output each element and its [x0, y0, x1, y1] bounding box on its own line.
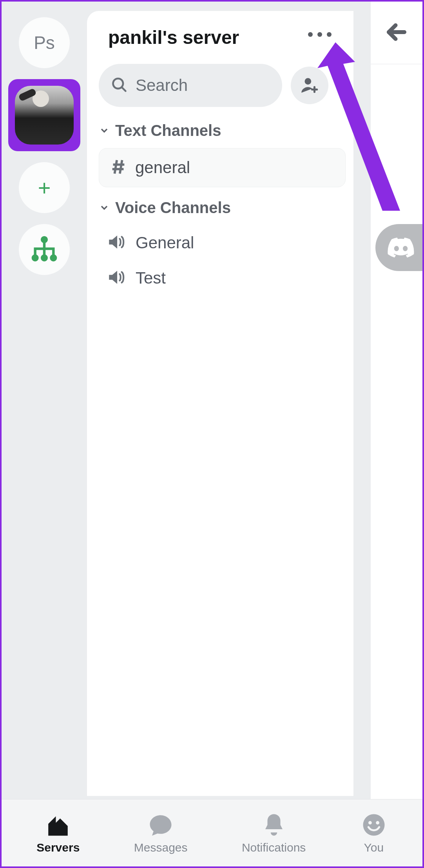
search-input[interactable]: Search [99, 64, 282, 107]
chevron-down-icon [99, 122, 110, 139]
peek-body [371, 64, 422, 801]
messages-icon [147, 812, 174, 838]
you-icon [360, 812, 388, 838]
server-ps[interactable]: Ps [19, 17, 70, 68]
peek-header [371, 2, 422, 64]
discover-hub-button[interactable] [19, 224, 70, 275]
server-avatar-selected[interactable] [15, 86, 74, 145]
add-server-button[interactable]: + [19, 162, 70, 213]
svg-point-6 [305, 78, 312, 85]
server-ps-label: Ps [34, 32, 55, 53]
tab-notifications[interactable]: Notifications [242, 812, 306, 854]
channel-panel: pankil's server Search Text Channels gen… [87, 11, 353, 796]
hub-icon [31, 235, 58, 264]
back-button[interactable] [385, 20, 408, 45]
voice-channel-test[interactable]: Test [99, 260, 346, 296]
tab-notifications-label: Notifications [242, 841, 306, 854]
servers-icon [44, 812, 72, 838]
plus-icon: + [38, 175, 51, 201]
discord-fab[interactable] [375, 224, 422, 271]
text-channels-label: Text Channels [115, 122, 221, 139]
text-channel-name: general [135, 158, 190, 177]
server-selected-highlight [8, 79, 80, 151]
speaker-icon [107, 268, 126, 289]
chevron-down-icon [99, 199, 110, 217]
text-channels-header[interactable]: Text Channels [99, 122, 346, 139]
voice-channel-name: Test [136, 269, 166, 288]
speaker-icon [107, 232, 126, 253]
server-rail: Ps + [2, 2, 87, 801]
svg-point-14 [376, 821, 379, 825]
tab-messages-label: Messages [134, 841, 188, 854]
hash-icon [109, 158, 127, 177]
invite-people-button[interactable] [291, 67, 328, 104]
svg-line-5 [122, 87, 125, 91]
search-placeholder: Search [136, 76, 188, 95]
server-title: pankil's server [108, 27, 346, 48]
bottom-tab-bar: Servers Messages Notifications You [2, 799, 422, 866]
tab-you-label: You [364, 841, 384, 854]
search-row: Search [99, 64, 346, 107]
text-channel-general[interactable]: general [99, 148, 346, 187]
discord-icon [387, 237, 415, 258]
svg-line-9 [114, 160, 117, 174]
tab-servers-label: Servers [36, 841, 80, 854]
search-icon [111, 76, 128, 95]
tab-servers[interactable]: Servers [36, 812, 80, 854]
voice-channel-name: General [136, 233, 194, 252]
svg-point-13 [368, 821, 372, 825]
svg-line-10 [120, 160, 122, 174]
right-peek-panel [356, 2, 422, 801]
server-options-button[interactable] [308, 32, 332, 37]
tab-you[interactable]: You [360, 812, 388, 854]
voice-channels-label: Voice Channels [115, 199, 231, 217]
svg-point-12 [363, 814, 384, 835]
bell-icon [260, 812, 288, 838]
invite-icon [300, 76, 319, 95]
tab-messages[interactable]: Messages [134, 812, 188, 854]
voice-channel-general[interactable]: General [99, 225, 346, 260]
voice-channels-header[interactable]: Voice Channels [99, 199, 346, 217]
